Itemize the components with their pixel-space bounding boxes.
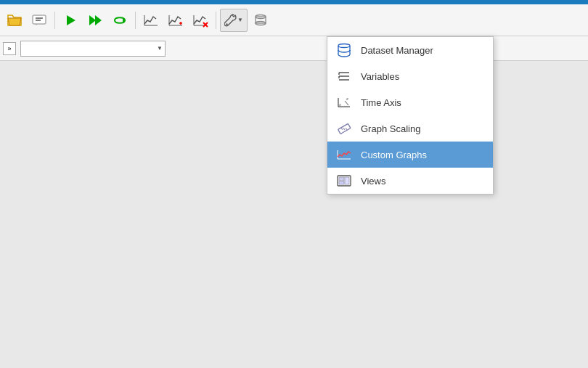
svg-marker-3 xyxy=(67,15,75,25)
svg-line-35 xyxy=(346,128,347,130)
tools-dropdown-menu: Dataset Manager Variables z x Time A xyxy=(327,36,494,195)
graph-x-button[interactable] xyxy=(189,9,212,32)
loop-button[interactable] xyxy=(108,9,131,32)
loop-icon xyxy=(112,13,128,28)
time-axis-icon: z x xyxy=(336,94,352,110)
time-axis-label: Time Axis xyxy=(361,97,401,108)
secondary-toolbar: » ▼ xyxy=(0,36,588,61)
svg-rect-41 xyxy=(345,177,349,184)
step-play-button[interactable] xyxy=(83,9,107,32)
menu-item-graph-scaling[interactable]: Graph Scaling xyxy=(327,115,493,142)
graph-x-icon xyxy=(192,13,208,28)
graph2-button[interactable] xyxy=(164,9,187,32)
variables-icon xyxy=(336,68,352,84)
main-content-area xyxy=(0,61,588,368)
play-icon xyxy=(64,14,77,27)
dataset-manager-label: Dataset Manager xyxy=(361,45,433,56)
menu-item-variables[interactable]: Variables xyxy=(327,63,493,89)
svg-line-34 xyxy=(343,128,345,130)
expand-symbol: » xyxy=(7,45,11,52)
svg-line-33 xyxy=(341,128,343,130)
svg-line-31 xyxy=(345,101,348,105)
svg-point-21 xyxy=(338,44,350,48)
step-play-icon xyxy=(88,14,102,27)
views-icon xyxy=(336,173,352,189)
menu-item-time-axis[interactable]: z x Time Axis xyxy=(327,89,493,115)
graph-scaling-label: Graph Scaling xyxy=(361,123,420,134)
open-button[interactable] xyxy=(3,9,26,32)
view-combo[interactable]: ▼ xyxy=(20,41,166,57)
message-icon xyxy=(31,13,47,28)
tools-dropdown-arrow: ▼ xyxy=(237,17,243,23)
combo-arrow-icon: ▼ xyxy=(157,45,163,52)
menu-item-views[interactable]: Views xyxy=(327,168,493,194)
svg-text:x: x xyxy=(339,102,341,107)
separator-1 xyxy=(54,12,55,29)
separator-3 xyxy=(216,12,216,29)
open-icon xyxy=(7,13,23,28)
tools-button[interactable]: ▼ xyxy=(220,9,248,32)
config-button[interactable] xyxy=(249,9,272,32)
svg-point-17 xyxy=(226,23,227,25)
wrench-icon xyxy=(224,14,237,27)
play-button[interactable] xyxy=(59,9,82,32)
svg-marker-4 xyxy=(89,15,96,25)
graph1-button[interactable] xyxy=(139,9,163,32)
views-label: Views xyxy=(361,176,385,187)
separator-2 xyxy=(135,12,136,29)
message-button[interactable] xyxy=(28,9,51,32)
svg-rect-40 xyxy=(339,181,344,184)
variables-label: Variables xyxy=(361,71,399,82)
svg-text:z: z xyxy=(346,97,348,101)
dataset-manager-icon xyxy=(336,42,352,58)
expand-button[interactable]: » xyxy=(3,42,16,55)
menu-item-dataset-manager[interactable]: Dataset Manager xyxy=(327,37,493,63)
svg-rect-0 xyxy=(33,15,46,24)
graph2-icon xyxy=(168,13,184,28)
graph1-icon xyxy=(143,13,159,28)
graph-scaling-icon xyxy=(336,120,352,136)
svg-marker-5 xyxy=(95,15,102,25)
menu-item-custom-graphs[interactable]: Custom Graphs xyxy=(327,142,493,168)
custom-graphs-label: Custom Graphs xyxy=(361,150,427,160)
main-toolbar: ▼ xyxy=(0,4,588,36)
svg-rect-39 xyxy=(339,177,344,181)
config-icon xyxy=(253,13,269,28)
custom-graphs-icon xyxy=(336,147,352,163)
